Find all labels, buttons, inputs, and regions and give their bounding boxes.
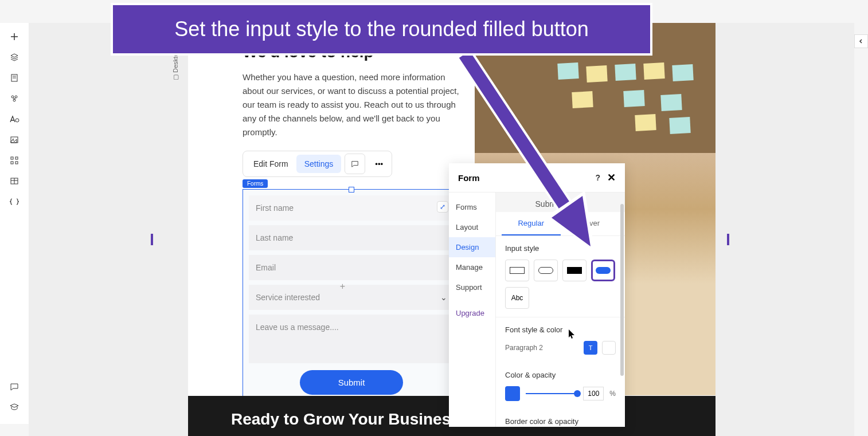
sidebar-item-upgrade[interactable]: Upgrade (449, 303, 495, 323)
sidebar-item-layout[interactable]: Layout (449, 217, 495, 237)
tab-hover[interactable]: Hover (561, 212, 620, 235)
learn-icon[interactable] (9, 402, 19, 413)
last-name-field[interactable]: Last name (249, 225, 454, 250)
style-rect-outline[interactable] (505, 260, 529, 281)
style-options (505, 260, 616, 281)
typography-icon[interactable] (9, 114, 19, 124)
add-field-icon[interactable]: + (340, 281, 345, 292)
field-placeholder: Leave us a message.... (256, 323, 339, 332)
font-color-secondary[interactable] (602, 341, 616, 355)
add-icon[interactable] (9, 32, 19, 42)
color-opacity-label: Color & opacity (505, 371, 616, 379)
svg-rect-7 (11, 157, 13, 159)
sidebar-item-design[interactable]: Design (449, 237, 495, 257)
opacity-slider[interactable] (526, 393, 577, 394)
element-toolbar: Edit Form Settings ••• (243, 151, 392, 177)
field-placeholder: Last name (256, 233, 293, 242)
pages-icon[interactable] (9, 73, 19, 83)
layers-icon[interactable] (9, 52, 19, 62)
color-swatch[interactable] (505, 386, 520, 401)
apps-icon[interactable] (9, 155, 19, 166)
svg-rect-9 (11, 162, 13, 164)
sidebar-item-manage[interactable]: Manage (449, 257, 495, 277)
scrollbar[interactable] (620, 204, 624, 376)
first-name-field[interactable]: First name ⤢ (249, 195, 454, 221)
cms-icon[interactable] (9, 93, 19, 104)
sidebar-item-forms[interactable]: Forms (449, 197, 495, 217)
svg-rect-8 (15, 157, 18, 159)
edit-form-button[interactable]: Edit Form (245, 155, 296, 173)
media-icon[interactable] (9, 135, 19, 145)
cursor-icon (568, 329, 576, 341)
svg-point-4 (15, 119, 19, 122)
svg-rect-10 (15, 162, 18, 164)
cta-heading: Ready to Grow Your Business? (231, 410, 470, 428)
comment-icon[interactable] (9, 382, 19, 392)
style-rect-filled[interactable] (562, 260, 587, 281)
email-field[interactable]: Email (249, 255, 454, 280)
tab-regular[interactable]: Regular (502, 212, 561, 235)
more-button[interactable]: ••• (369, 154, 389, 174)
service-field[interactable]: Service interested + ⌄ (249, 285, 454, 310)
field-placeholder: Service interested (256, 293, 320, 302)
ruler-tick-left (151, 234, 153, 245)
style-pill-outline[interactable] (534, 260, 558, 281)
font-name: Paragraph 2 (505, 344, 579, 352)
close-icon[interactable]: ✕ (607, 171, 616, 184)
panel-title: Form (458, 173, 595, 183)
field-placeholder: Email (256, 263, 276, 272)
panel-tabs: Regular Hover (496, 212, 625, 236)
style-pill-filled[interactable] (591, 260, 615, 281)
section-tag[interactable]: Forms (243, 179, 268, 188)
panel-header: Form ? ✕ (449, 163, 625, 193)
settings-button[interactable]: Settings (296, 155, 342, 173)
design-panel: Form ? ✕ Forms Layout Design Manage Supp… (449, 163, 625, 427)
message-field[interactable]: Leave us a message.... (249, 315, 454, 363)
help-icon[interactable]: ? (595, 173, 600, 182)
ruler-tick-right (727, 234, 729, 245)
form-container[interactable]: First name ⤢ Last name Email Service int… (243, 189, 460, 404)
collapse-right-icon[interactable] (854, 34, 868, 48)
border-opacity-label: Border color & opacity (505, 417, 616, 426)
canvas-area: Desktop (Prima We'd love to help Whether… (29, 23, 854, 436)
style-text-only[interactable]: Abc (505, 287, 529, 309)
chevron-down-icon[interactable]: ⌄ (440, 293, 447, 302)
panel-subtab[interactable]: Submit Button (496, 193, 625, 212)
opacity-value[interactable] (583, 387, 604, 400)
field-placeholder: First name (256, 203, 294, 213)
callout-text: Set the input style to the rounded fille… (174, 17, 589, 41)
panel-main: Submit Button Regular Hover Input style … (496, 193, 625, 427)
submit-button[interactable]: Submit (300, 370, 403, 395)
table-icon[interactable] (9, 176, 19, 186)
percent-unit: % (609, 390, 616, 398)
font-color-button[interactable]: T (584, 341, 597, 355)
expand-icon[interactable]: ⤢ (437, 201, 448, 213)
callout-banner: Set the input style to the rounded fille… (111, 3, 652, 56)
section-body: Whether you have a question, need more i… (243, 70, 466, 139)
left-toolbar (0, 23, 29, 424)
input-style-label: Input style (505, 244, 616, 253)
panel-sidebar: Forms Layout Design Manage Support Upgra… (449, 193, 496, 427)
sidebar-item-support[interactable]: Support (449, 277, 495, 297)
comment-button[interactable] (345, 154, 365, 174)
code-icon[interactable] (9, 197, 19, 207)
font-style-label: Font style & color (505, 325, 616, 334)
